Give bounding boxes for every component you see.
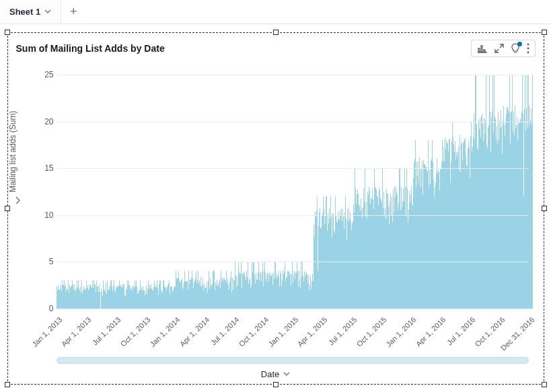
gridline: [57, 122, 529, 122]
maximize-icon[interactable]: [494, 44, 504, 53]
chevron-down-icon: [44, 7, 51, 17]
x-tick-label: Oct 1, 2015: [355, 315, 388, 348]
x-tick-label: Apr 1, 2016: [414, 315, 447, 348]
x-tick-label: Jul 1, 2014: [209, 315, 241, 347]
chart-body: Mailing list adds (Sum) Jan 1, 2013Apr 1…: [16, 61, 536, 377]
gridline: [57, 168, 529, 169]
chart-plot-area[interactable]: [57, 75, 529, 309]
gridline: [57, 262, 529, 262]
visual-toolbar: [471, 40, 536, 57]
resize-handle-bottom-right[interactable]: [542, 382, 547, 387]
x-tick-label: Jan 1, 2016: [384, 315, 417, 348]
gridline: [57, 215, 529, 216]
sheet-tab-active[interactable]: Sheet 1: [0, 0, 61, 24]
y-tick-label: 5: [39, 257, 54, 266]
gridline: [57, 309, 529, 309]
insights-icon[interactable]: [511, 43, 520, 54]
x-tick-label: Apr 1, 2015: [296, 315, 329, 348]
more-options-icon[interactable]: [527, 43, 529, 54]
x-tick-label: Jul 1, 2013: [91, 315, 122, 347]
resize-handle-bottom-left[interactable]: [5, 382, 10, 387]
chart-title: Sum of Mailing List Adds by Date: [16, 43, 165, 54]
svg-point-1: [527, 48, 529, 50]
x-axis-label-text: Date: [261, 369, 279, 379]
resize-handle-top-left[interactable]: [5, 30, 10, 35]
x-tick-label: Apr 1, 2014: [178, 315, 211, 348]
svg-point-0: [527, 44, 529, 46]
gridline: [57, 75, 529, 75]
add-sheet-button[interactable]: +: [61, 0, 85, 24]
x-tick-label: Jan 1, 2015: [266, 315, 299, 348]
chevron-down-icon: [283, 369, 290, 379]
y-tick-label: 15: [39, 163, 54, 173]
canvas-area: Sum of Mailing List Adds by Date: [0, 24, 551, 390]
resize-handle-bottom-center[interactable]: [273, 382, 279, 387]
x-tick-label: Oct 1, 2013: [119, 315, 152, 348]
x-tick-label: Jul 1, 2016: [445, 315, 477, 347]
x-tick-label: Jul 1, 2015: [327, 315, 359, 347]
resize-handle-top-center[interactable]: [273, 30, 279, 35]
y-tick-label: 10: [39, 210, 54, 220]
sheet-tab-label: Sheet 1: [9, 7, 40, 17]
y-tick-label: 25: [39, 70, 54, 79]
x-tick-label: Jan 1, 2013: [30, 315, 63, 348]
resize-handle-middle-right[interactable]: [542, 206, 547, 211]
visual-selection-frame[interactable]: Sum of Mailing List Adds by Date: [7, 32, 544, 385]
notification-dot: [517, 42, 522, 46]
x-tick-label: Oct 1, 2014: [237, 315, 270, 348]
resize-handle-middle-left[interactable]: [5, 206, 10, 211]
y-axis-label: Mailing list adds (Sum): [8, 111, 17, 192]
chart-horizontal-scrollbar[interactable]: [57, 357, 529, 364]
x-axis-label-row[interactable]: Date: [16, 369, 536, 379]
y-tick-label: 20: [39, 117, 54, 126]
visual-header: Sum of Mailing List Adds by Date: [8, 33, 544, 60]
chart-bars-layer: [57, 75, 529, 309]
svg-point-2: [527, 52, 529, 54]
chart-type-icon[interactable]: [477, 43, 488, 54]
sheet-tabs-bar: Sheet 1 +: [0, 0, 551, 24]
resize-handle-top-right[interactable]: [542, 30, 547, 35]
y-tick-label: 0: [39, 304, 54, 313]
x-tick-label: Jan 1, 2014: [148, 315, 181, 348]
x-tick-label: Apr 1, 2013: [60, 315, 93, 348]
expand-legend-icon[interactable]: [14, 196, 21, 207]
